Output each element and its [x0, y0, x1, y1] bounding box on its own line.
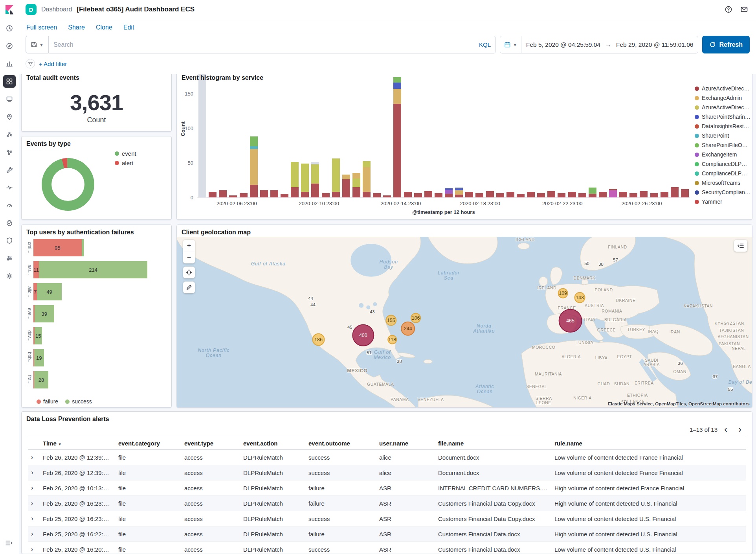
- legend-item[interactable]: SharePointFileOper...: [695, 140, 750, 150]
- expand-row-button[interactable]: ›: [31, 530, 33, 538]
- sidebar-item-maps[interactable]: [3, 110, 16, 123]
- histogram-bar-segment[interactable]: [363, 192, 371, 197]
- histogram-bar-segment[interactable]: [537, 193, 545, 197]
- bar-segment-success[interactable]: [82, 239, 84, 256]
- newsfeed-icon[interactable]: [739, 4, 750, 15]
- histogram-bar-segment[interactable]: [661, 192, 668, 197]
- expand-row-button[interactable]: ›: [31, 545, 33, 553]
- histogram-bar-segment[interactable]: [383, 195, 391, 197]
- column-header-event-type[interactable]: event.type: [181, 437, 240, 450]
- fit-bounds-button[interactable]: [183, 267, 195, 278]
- map-bubble[interactable]: 465: [559, 309, 582, 332]
- histogram-bar-segment[interactable]: [435, 193, 442, 197]
- column-header-event-action[interactable]: event.action: [240, 437, 305, 450]
- histogram-bar-segment[interactable]: [455, 195, 463, 197]
- bar-segment-success[interactable]: 214: [39, 261, 147, 278]
- map-bubble[interactable]: 143: [575, 293, 585, 303]
- search-input[interactable]: [53, 41, 475, 48]
- histogram-bar-segment[interactable]: [527, 192, 535, 197]
- map-attribution[interactable]: Elastic Maps Service, OpenMapTiles, Open…: [608, 401, 750, 406]
- histogram-bar-segment[interactable]: [301, 192, 309, 197]
- expand-row-button[interactable]: ›: [31, 484, 33, 492]
- histogram-bar-segment[interactable]: [311, 184, 319, 197]
- sidebar-item-apm[interactable]: [3, 199, 16, 212]
- space-avatar[interactable]: D: [26, 4, 37, 15]
- date-from[interactable]: Feb 5, 2020 @ 04:25:59.04: [521, 41, 605, 48]
- world-map[interactable]: Gulf of AlaskaHudsonBayLabradorSeaNorth …: [177, 237, 752, 408]
- date-to[interactable]: Feb 29, 2020 @ 11:59:01.06: [611, 41, 698, 48]
- legend-item[interactable]: ComplianceDLPExc...: [695, 169, 750, 178]
- sidebar-item-machine-learning[interactable]: [3, 128, 16, 141]
- sidebar-item-settings[interactable]: [3, 270, 16, 282]
- toolbar-link-edit[interactable]: Edit: [123, 24, 134, 31]
- legend-item[interactable]: AzureActiveDirectory: [695, 103, 750, 112]
- sidebar-item-canvas[interactable]: [3, 93, 16, 105]
- histogram-bar-segment[interactable]: [517, 194, 525, 197]
- sidebar-item-stack-monitoring[interactable]: [3, 181, 16, 194]
- histogram-bar-segment[interactable]: [486, 191, 494, 197]
- histogram-bar-segment[interactable]: [301, 164, 309, 192]
- expand-row-button[interactable]: ›: [31, 469, 33, 477]
- expand-row-button[interactable]: ›: [31, 499, 33, 507]
- histogram-bar-segment[interactable]: [229, 195, 237, 197]
- histogram-bar-segment[interactable]: [393, 89, 401, 104]
- histogram-bar-segment[interactable]: [445, 194, 453, 197]
- histogram-bar-segment[interactable]: [496, 193, 504, 197]
- legend-item[interactable]: Yammer: [695, 197, 750, 206]
- sidebar-item-siem[interactable]: [3, 234, 16, 247]
- histogram-bar-segment[interactable]: [424, 191, 432, 197]
- legend-item-alert[interactable]: alert: [115, 158, 136, 167]
- histogram-bar-segment[interactable]: [640, 191, 648, 197]
- sidebar-item-dashboard[interactable]: [3, 75, 16, 88]
- histogram-bar-segment[interactable]: [506, 192, 514, 197]
- histogram-bar-segment[interactable]: [209, 192, 217, 197]
- histogram-bar-segment[interactable]: [352, 187, 360, 197]
- histogram-bar-segment[interactable]: [352, 173, 360, 179]
- map-bubble[interactable]: 106: [411, 313, 420, 323]
- histogram-bar-segment[interactable]: [291, 187, 299, 197]
- histogram-bar-segment[interactable]: [332, 192, 340, 197]
- column-header-event-outcome[interactable]: event.outcome: [305, 437, 376, 450]
- bar-segment-success[interactable]: 39: [35, 305, 54, 322]
- map-bubble[interactable]: 155: [386, 315, 396, 326]
- sidebar-item-stack-management[interactable]: [3, 252, 16, 265]
- help-icon[interactable]: [723, 4, 734, 15]
- column-header-file-name[interactable]: file.name: [435, 437, 551, 450]
- events-by-type-donut[interactable]: [42, 158, 94, 211]
- bar-segment-success[interactable]: 19: [34, 349, 44, 366]
- map-legend-toggle-button[interactable]: [734, 240, 747, 252]
- histogram-bar-segment[interactable]: [291, 162, 299, 187]
- legend-item[interactable]: AzureActiveDirector...: [695, 84, 750, 93]
- bar-segment-failure[interactable]: 11: [33, 261, 39, 278]
- toolbar-link-full-screen[interactable]: Full screen: [26, 24, 57, 31]
- column-header-rule-name[interactable]: rule.name: [551, 437, 746, 450]
- histogram-bar-segment[interactable]: [455, 190, 463, 195]
- expand-row-button[interactable]: ›: [31, 453, 33, 461]
- bar-segment-failure[interactable]: 95: [33, 239, 82, 256]
- sidebar-item-uptime[interactable]: [3, 217, 16, 229]
- map-bubble[interactable]: 186: [313, 334, 325, 346]
- draw-filter-button[interactable]: [183, 282, 195, 293]
- map-bubble[interactable]: 109: [558, 289, 568, 298]
- sidebar-item-visualize[interactable]: [3, 57, 16, 70]
- zoom-out-button[interactable]: −: [183, 252, 195, 263]
- toolbar-link-share[interactable]: Share: [68, 24, 85, 31]
- refresh-button[interactable]: Refresh: [702, 36, 750, 53]
- calendar-menu-button[interactable]: ▼: [500, 36, 521, 53]
- bar-segment-success[interactable]: 49: [37, 283, 62, 300]
- bar-segment-failure[interactable]: 7: [33, 283, 37, 300]
- histogram-bar-segment[interactable]: [609, 190, 617, 197]
- histogram-bar-segment[interactable]: [455, 188, 463, 190]
- histogram-bar-segment[interactable]: [414, 193, 422, 197]
- collapse-nav-button[interactable]: [5, 539, 13, 548]
- pagination-next-button[interactable]: ›: [734, 423, 746, 435]
- histogram-bar-segment[interactable]: [671, 187, 679, 197]
- histogram-bar-segment[interactable]: [578, 193, 586, 197]
- histogram-bar-segment[interactable]: [240, 193, 248, 197]
- histogram-bar-segment[interactable]: [281, 194, 288, 197]
- histogram-bar-segment[interactable]: [363, 167, 371, 192]
- sidebar-item-graph[interactable]: [3, 146, 16, 158]
- map-bubble[interactable]: 400: [352, 325, 374, 346]
- histogram-bar-segment[interactable]: [599, 192, 607, 197]
- legend-item[interactable]: DataInsightsRestApi...: [695, 121, 750, 131]
